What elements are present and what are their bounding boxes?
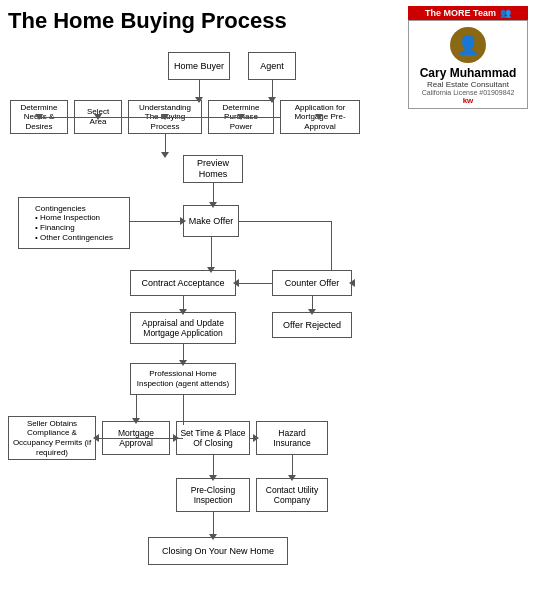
make-offer-box: Make Offer	[183, 205, 239, 237]
branding-body: 👤 Cary Muhammad Real Estate Consultant C…	[408, 20, 528, 109]
offer-rejected-box: Offer Rejected	[272, 312, 352, 338]
arrowhead-appraisal	[179, 309, 187, 315]
pre-closing-box: Pre-Closing Inspection	[176, 478, 250, 512]
contract-acceptance-box: Contract Acceptance	[130, 270, 236, 296]
arrowhead-preview-homes	[161, 152, 169, 158]
arrowhead-mortgage-preapp	[315, 114, 323, 120]
preview-homes-box: Preview Homes	[183, 155, 243, 183]
arrowhead-counteroffer	[349, 279, 355, 287]
arrowhead-agent-row2	[268, 97, 276, 103]
appraisal-box: Appraisal and Update Mortgage Applicatio…	[130, 312, 236, 344]
arrow-right-counteroffer	[331, 221, 332, 270]
team-name: The MORE Team	[425, 8, 496, 18]
arrowhead-counteroffer-left	[233, 279, 239, 287]
set-time-box: Set Time & Place Of Closing	[176, 421, 250, 455]
hazard-insurance-box: Hazard Insurance	[256, 421, 328, 455]
branding-panel: The MORE Team 👥 👤 Cary Muhammad Real Est…	[408, 6, 528, 109]
consultant-license: California License #01909842	[412, 89, 524, 96]
arrowhead-understanding	[161, 114, 169, 120]
closing-box: Closing On Your New Home	[148, 537, 288, 565]
seller-obtains-box: Seller Obtains Compliance & Occupancy Pe…	[8, 416, 96, 460]
avatar: 👤	[450, 27, 486, 63]
arrowhead-select-area	[94, 114, 102, 120]
arrow-makeoffer-contract	[211, 237, 212, 270]
arrowhead-make-offer	[209, 202, 217, 208]
arrow-makeoffer-right	[239, 221, 332, 222]
arrowhead-contract	[207, 267, 215, 273]
company-logo: kw	[412, 96, 524, 105]
arrowhead-pro-inspection	[179, 360, 187, 366]
page-title: The Home Buying Process	[8, 8, 287, 34]
arrowhead-homebuyer-row2	[195, 97, 203, 103]
arrowhead-set-time	[173, 434, 179, 442]
arrowhead-closing	[209, 534, 217, 540]
counter-offer-box: Counter Offer	[272, 270, 352, 296]
arrow-contingencies-makeoffer	[130, 221, 183, 222]
consultant-role: Real Estate Consultant	[412, 80, 524, 89]
team-icon: 👥	[500, 8, 511, 18]
contact-utility-box: Contact Utility Company	[256, 478, 328, 512]
professional-inspection-box: Professional Home Inspection (agent atte…	[130, 363, 236, 395]
arrowhead-hazard	[253, 434, 259, 442]
page-wrapper: The Home Buying Process The MORE Team 👥 …	[0, 0, 534, 593]
contingencies-box: Contingencies • Home Inspection • Financ…	[18, 197, 130, 249]
arrowhead-determine-needs	[35, 114, 43, 120]
branding-header: The MORE Team 👥	[408, 6, 528, 20]
arrowhead-contact-utility	[288, 475, 296, 481]
arrowhead-det-purchase	[237, 114, 245, 120]
consultant-name: Cary Muhammad	[412, 66, 524, 80]
arrowhead-pre-closing	[209, 475, 217, 481]
arrow-counteroffer-contract	[236, 283, 272, 284]
arrow-to-mortgage-approval	[136, 395, 137, 421]
home-buyer-box: Home Buyer	[168, 52, 230, 80]
arrowhead-rejected	[308, 309, 316, 315]
arrow-inspection-down	[183, 395, 184, 425]
arrowhead-contingencies	[180, 217, 186, 225]
agent-box: Agent	[248, 52, 296, 80]
arrowhead-seller-obtains	[93, 434, 99, 442]
